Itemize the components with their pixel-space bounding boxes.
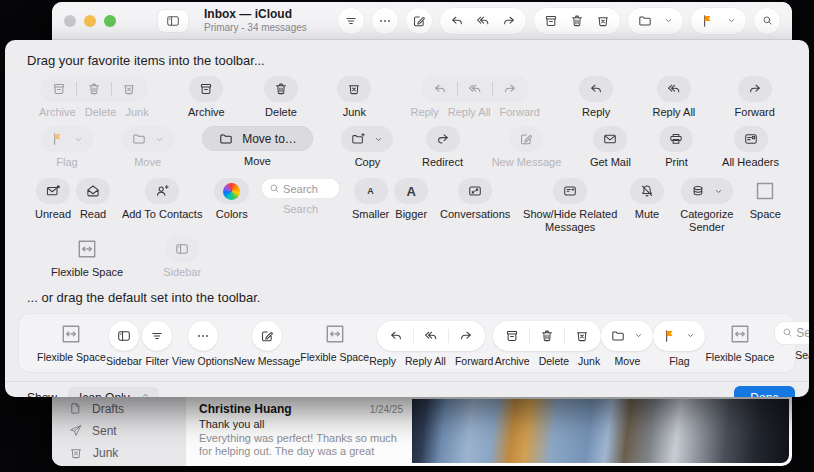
search-button[interactable] — [754, 8, 780, 34]
done-button[interactable]: Done — [734, 386, 795, 397]
item-circle — [142, 321, 172, 351]
reply-all-arrow-icon — [423, 328, 439, 344]
search-input[interactable] — [283, 183, 333, 195]
reply-group[interactable] — [440, 8, 526, 34]
palette-item-space[interactable]: Space — [750, 178, 781, 220]
item-circle — [109, 321, 139, 351]
default-item-flexible-space[interactable]: Flexible Space — [37, 321, 106, 363]
sidebar-item-drafts[interactable]: Drafts — [68, 401, 124, 416]
compose-button[interactable] — [406, 8, 432, 34]
palette-item-unread[interactable]: Unread — [35, 178, 71, 220]
move-button[interactable] — [628, 8, 683, 34]
junk-box-icon — [595, 13, 611, 29]
envelope-open-icon — [85, 183, 101, 199]
palette-item-reply[interactable]: Reply — [579, 76, 613, 118]
chevron-down-icon — [726, 15, 737, 26]
palette-item-copy[interactable]: Copy — [341, 126, 393, 168]
default-item-search[interactable]: Search — [774, 321, 809, 361]
palette-item-print[interactable]: Print — [659, 126, 693, 168]
search-field[interactable] — [261, 178, 340, 199]
palette-item-reply-all[interactable]: Reply All — [652, 76, 695, 118]
default-set-bar: Flexible SpaceSidebarFilterView OptionsN… — [19, 314, 795, 372]
palette-item-smaller[interactable]: ASmaller — [352, 178, 389, 220]
palette-item-show-hide-related-messages[interactable]: Show/Hide Related Messages — [522, 178, 618, 234]
sidebar-item-junk[interactable]: Junk — [68, 445, 124, 461]
item-pill — [553, 178, 587, 204]
trash-icon — [539, 328, 555, 344]
flag-button[interactable] — [691, 8, 746, 34]
item-pill — [579, 76, 613, 102]
default-item-flexible-space[interactable]: Flexible Space — [300, 321, 369, 363]
item-pill — [734, 126, 768, 152]
palette-item-read[interactable]: Read — [76, 178, 110, 220]
message-row[interactable]: Christine Huang1/24/25Thank you allEvery… — [199, 402, 403, 458]
zoom-button[interactable] — [104, 15, 116, 27]
item-pill — [40, 76, 148, 102]
close-button[interactable] — [64, 15, 76, 27]
palette-item-forward[interactable]: Forward — [735, 76, 775, 118]
mailbox-group[interactable] — [534, 8, 620, 34]
filter-button[interactable] — [338, 8, 364, 34]
palette-item-move-to[interactable]: Move to…Move — [202, 126, 313, 167]
item-icon-frame — [60, 321, 82, 347]
palette-item-delete[interactable]: Delete — [264, 76, 298, 118]
flag-icon — [50, 131, 66, 147]
message-row[interactable]: ★Jasmine Garcia1/22/25 — [199, 464, 403, 466]
default-item-group-archive-delete-junk[interactable]: ArchiveDeleteJunk — [493, 321, 601, 367]
default-item-sidebar[interactable]: Sidebar — [106, 321, 142, 367]
palette-item-bigger[interactable]: ABigger — [394, 178, 428, 220]
item-label: Delete — [539, 355, 569, 367]
palette-item-get-mail[interactable]: Get Mail — [590, 126, 631, 168]
reply-all-arrow-icon — [666, 81, 682, 97]
palette-item-junk[interactable]: Junk — [337, 76, 371, 118]
show-mode-popup[interactable]: Icon Only — [69, 388, 158, 397]
default-item-new-message[interactable]: New Message — [234, 321, 301, 367]
sidebar-item-sent[interactable]: Sent — [68, 423, 124, 438]
sidebar-toggle-button[interactable] — [158, 10, 188, 32]
palette-item-add-to-contacts[interactable]: Add To Contacts — [122, 178, 203, 220]
more-button[interactable] — [372, 8, 398, 34]
item-label: New Message — [492, 156, 562, 168]
item-label: Reply All — [448, 106, 491, 118]
item-label: Print — [665, 156, 688, 168]
window-subtitle: Primary - 34 messages — [204, 22, 307, 33]
item-label: Flexible Space — [37, 351, 106, 363]
message-subject: Thank you all — [199, 418, 403, 430]
default-item-view-options[interactable]: View Options — [172, 321, 234, 367]
item-pill — [657, 76, 691, 102]
default-item-flexible-space[interactable]: Flexible Space — [705, 321, 774, 363]
minimize-button[interactable] — [84, 15, 96, 27]
palette-item-search[interactable]: Search — [261, 178, 340, 215]
item-pill — [337, 76, 371, 102]
palette-item-flexible-space[interactable]: Flexible Space — [51, 236, 123, 278]
chevron-down-icon — [73, 134, 84, 145]
palette-item-archive[interactable]: Archive — [188, 76, 225, 118]
default-instruction: ... or drag the default set into the too… — [27, 290, 809, 305]
move-to-button[interactable]: Move to… — [202, 126, 313, 151]
palette-item-conversations[interactable]: Conversations — [440, 178, 510, 220]
palette-item-mute[interactable]: Mute — [630, 178, 664, 220]
palette-item-colors[interactable]: Colors — [214, 178, 249, 220]
item-label: View Options — [172, 355, 234, 367]
default-item-flag[interactable]: Flag — [653, 321, 705, 367]
item-label: Flag — [669, 355, 689, 367]
palette-item-all-headers[interactable]: All Headers — [722, 126, 779, 168]
item-pill — [145, 178, 179, 204]
doc-icon — [68, 401, 83, 416]
search-field[interactable] — [774, 321, 809, 345]
default-item-move[interactable]: Move — [601, 321, 653, 367]
forward-arrow-icon — [502, 81, 518, 97]
item-pill — [214, 178, 249, 204]
flex-space-icon — [729, 323, 751, 345]
default-item-filter[interactable]: Filter — [142, 321, 172, 367]
chevron-down-icon — [373, 134, 384, 145]
chevron-down-icon — [685, 330, 696, 341]
reply-all-arrow-icon — [467, 81, 483, 97]
search-glass-icon — [761, 14, 774, 27]
default-item-group-reply-reply-all-forward[interactable]: ReplyReply AllForward — [369, 321, 493, 367]
a-big-icon: A — [407, 184, 416, 199]
search-input[interactable] — [796, 326, 809, 340]
palette-item-redirect[interactable]: Redirect — [422, 126, 463, 168]
item-label: Redirect — [422, 156, 463, 168]
palette-item-categorize-sender[interactable]: Categorize Sender — [676, 178, 738, 234]
